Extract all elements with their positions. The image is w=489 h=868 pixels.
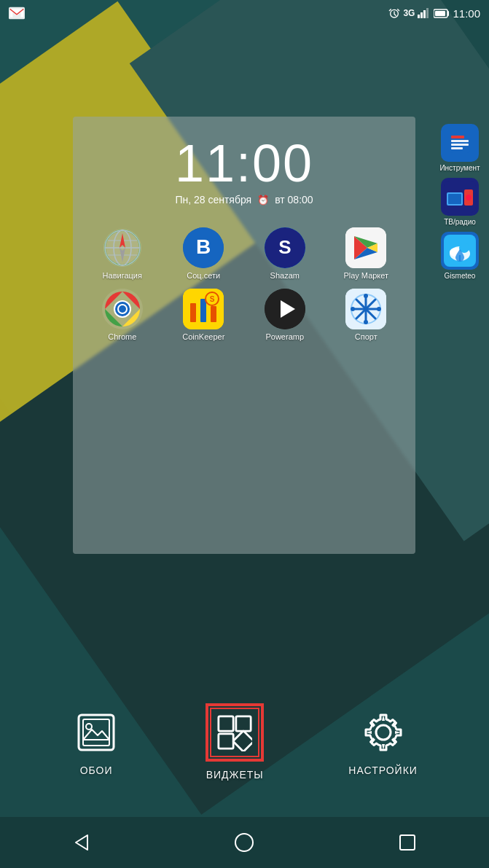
- wallpaper-icon: [77, 713, 115, 751]
- svg-point-57: [364, 320, 368, 324]
- chrome-icon: [102, 289, 143, 329]
- gismeteo-icon: [441, 232, 479, 270]
- svg-rect-43: [190, 303, 196, 322]
- widgets-icon-wrap: [210, 708, 259, 757]
- svg-text:S: S: [278, 236, 291, 258]
- sidebar-app-tvradio[interactable]: ТВ/радио: [435, 178, 485, 226]
- gmail-icon: [9, 7, 25, 20]
- svg-text:S: S: [210, 295, 215, 303]
- esfile-icon: [441, 124, 479, 162]
- tvradio-icon: [441, 178, 479, 216]
- nav-recent[interactable]: [393, 828, 422, 857]
- tvradio-label: ТВ/радио: [444, 218, 476, 226]
- menu-wallpaper[interactable]: ОБОИ: [71, 708, 121, 776]
- svg-point-56: [364, 294, 368, 298]
- alarm-icon: [388, 7, 400, 19]
- sidebar-app-gismeteo[interactable]: Gismeteo: [435, 232, 485, 280]
- settings-icon-wrap: [359, 708, 408, 757]
- app-grid-row1: Навигация В Соц.сети S Shazam: [73, 213, 415, 353]
- nav-home[interactable]: [230, 828, 259, 857]
- navigation-label: Навигация: [103, 271, 142, 280]
- settings-label: НАСТРОЙКИ: [348, 765, 418, 776]
- navigation-icon: [102, 227, 143, 268]
- battery-icon: [434, 9, 450, 18]
- app-poweramp[interactable]: Poweramp: [247, 289, 323, 341]
- clock-date-text: Пн, 28 сентября: [175, 194, 251, 206]
- back-icon: [71, 832, 92, 853]
- svg-point-59: [377, 307, 381, 311]
- status-left: [9, 7, 25, 20]
- svg-rect-64: [236, 716, 251, 731]
- svg-rect-3: [420, 12, 423, 18]
- signal-icon: [418, 8, 431, 18]
- app-navigation[interactable]: Навигация: [85, 227, 160, 280]
- svg-rect-9: [451, 136, 464, 138]
- coinkeeper-label: CoinKeeper: [182, 332, 224, 341]
- status-bar: 3G 11:00: [0, 0, 489, 26]
- app-play[interactable]: Play Маркет: [329, 227, 404, 280]
- svg-rect-63: [219, 716, 233, 731]
- home-icon: [234, 832, 254, 853]
- svg-rect-45: [211, 306, 216, 322]
- sport-label: Спорт: [355, 332, 377, 341]
- app-sport[interactable]: Спорт: [329, 289, 404, 341]
- svg-rect-61: [83, 719, 109, 746]
- clock-date: Пн, 28 сентября ⏰ вт 08:00: [87, 194, 401, 206]
- nav-bar: [0, 817, 489, 868]
- homescreen-card: 11:00 Пн, 28 сентября ⏰ вт 08:00: [73, 117, 415, 554]
- app-coinkeeper[interactable]: S CoinKeeper: [166, 289, 242, 341]
- wallpaper-icon-wrap: [71, 708, 121, 757]
- svg-point-67: [376, 725, 391, 740]
- poweramp-icon: [265, 289, 305, 329]
- svg-rect-5: [426, 8, 429, 18]
- menu-widgets[interactable]: ВИДЖЕТЫ: [206, 703, 264, 781]
- widgets-active-border: [206, 703, 264, 762]
- shazam-label: Shazam: [270, 271, 300, 280]
- app-shazam[interactable]: S Shazam: [247, 227, 323, 280]
- app-chrome[interactable]: Chrome: [85, 289, 160, 341]
- svg-rect-2: [418, 15, 420, 18]
- clock-time: 11:00: [87, 137, 401, 189]
- time-label: 11:00: [453, 7, 480, 20]
- wallpaper-label: ОБОИ: [80, 765, 113, 776]
- right-sidebar: Инструмент ТВ/радио: [431, 117, 489, 287]
- svg-rect-70: [400, 835, 415, 850]
- nav-back[interactable]: [67, 828, 96, 857]
- vk-label: Соц.сети: [187, 271, 220, 280]
- svg-marker-68: [76, 835, 87, 850]
- svg-point-62: [86, 724, 92, 730]
- svg-rect-65: [219, 734, 233, 748]
- menu-settings[interactable]: НАСТРОЙКИ: [348, 708, 418, 776]
- svg-rect-10: [451, 140, 469, 142]
- shazam-icon: S: [265, 227, 305, 268]
- svg-rect-16: [448, 194, 461, 204]
- svg-rect-66: [233, 731, 252, 751]
- svg-point-58: [351, 307, 355, 311]
- svg-rect-4: [423, 10, 426, 18]
- clock-area: 11:00 Пн, 28 сентября ⏰ вт 08:00: [73, 117, 415, 213]
- sport-icon: [345, 289, 386, 329]
- gismeteo-label: Gismeteo: [445, 272, 476, 280]
- app-vk[interactable]: В Соц.сети: [166, 227, 242, 280]
- svg-rect-7: [435, 11, 445, 16]
- svg-point-69: [235, 834, 253, 851]
- clock-icon: ⏰: [257, 195, 269, 206]
- vk-icon: В: [183, 227, 224, 268]
- sidebar-app-esfile[interactable]: Инструмент: [435, 124, 485, 172]
- signal-label: 3G: [403, 8, 415, 18]
- esfile-label: Инструмент: [439, 164, 480, 172]
- coinkeeper-icon: S: [183, 289, 224, 329]
- poweramp-label: Poweramp: [265, 332, 304, 341]
- svg-point-41: [119, 305, 126, 313]
- widgets-label: ВИДЖЕТЫ: [206, 769, 264, 781]
- play-label: Play Маркет: [343, 271, 388, 280]
- svg-rect-12: [451, 147, 463, 149]
- svg-rect-11: [451, 144, 469, 146]
- bottom-menu: ОБОИ ВИДЖЕТЫ: [0, 689, 489, 795]
- settings-icon: [364, 713, 402, 751]
- recent-icon: [397, 832, 418, 853]
- play-icon: [345, 227, 386, 268]
- status-right: 3G 11:00: [388, 7, 480, 20]
- widgets-icon: [217, 713, 252, 751]
- svg-text:В: В: [196, 235, 211, 258]
